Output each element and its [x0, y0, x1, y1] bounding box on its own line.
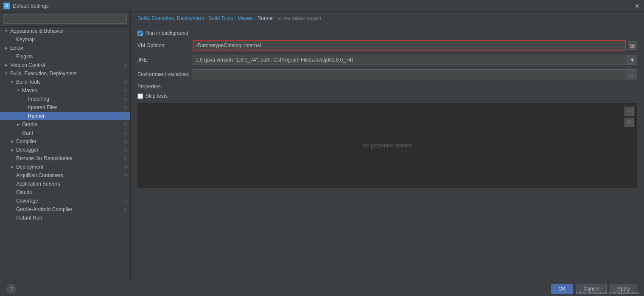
arrow-icon-gradle: ▶ — [15, 121, 21, 127]
sidebar-item-debugger[interactable]: ▶Debugger⎘ — [0, 146, 130, 154]
arrow-icon-remote-jar — [9, 155, 15, 161]
help-button[interactable]: ? — [7, 284, 16, 293]
sidebar-label-arquillian: Arquillian Containers — [16, 172, 123, 178]
copy-icon-runner: ⎘ — [124, 114, 127, 118]
run-in-background-checkbox[interactable] — [137, 31, 143, 36]
sidebar-label-build-tools: Build Tools — [16, 79, 123, 85]
sidebar-label-build-exec-deploy: Build, Execution, Deployment — [10, 70, 127, 76]
arrow-icon-maven: ▼ — [15, 87, 21, 93]
sidebar-label-plugins: Plugins — [16, 54, 127, 59]
arrow-icon-runner — [21, 113, 27, 119]
sidebar-item-keymap[interactable]: Keymap — [0, 35, 130, 44]
edit-property-button[interactable]: ✎ — [624, 118, 634, 127]
copy-icon-debugger: ⎘ — [124, 148, 127, 152]
arrow-icon-clouds — [9, 189, 15, 195]
sidebar-label-gradle-android: Gradle-Android Compiler — [16, 206, 123, 212]
vm-options-expand-button[interactable]: ⊞ — [628, 41, 637, 50]
sidebar-item-gradle[interactable]: ▶Gradle⎘ — [0, 120, 130, 129]
breadcrumb-part-2[interactable]: Maven — [238, 15, 253, 21]
sidebar-item-ignored-files[interactable]: Ignored Files⎘ — [0, 103, 130, 112]
breadcrumb-sep-1: › — [233, 15, 238, 21]
skip-tests-checkbox[interactable] — [137, 93, 143, 99]
breadcrumb: Build, Execution, Deployment › Build Too… — [137, 15, 321, 21]
sidebar-item-maven[interactable]: ▼Maven⎘ — [0, 86, 130, 95]
sidebar-label-appearance: Appearance & Behavior — [10, 28, 127, 34]
arrow-icon-build-exec-deploy: ▼ — [3, 70, 9, 76]
sidebar-item-compiler[interactable]: ▶Compiler⎘ — [0, 137, 130, 146]
arrow-icon-app-servers — [9, 181, 15, 187]
vm-options-input[interactable] — [193, 40, 626, 51]
search-input[interactable] — [3, 14, 127, 24]
sidebar-item-version-control[interactable]: ▶Version Control⎘ — [0, 61, 130, 69]
arrow-icon-arquillian — [9, 172, 15, 178]
app-icon: D — [3, 3, 10, 9]
jre-row: JRE: 1.8 (java version "1.8.0_74", path:… — [137, 55, 637, 65]
env-vars-row: Environment variables: … — [137, 69, 637, 79]
sidebar-label-gradle: Gradle — [22, 121, 123, 127]
sidebar-item-build-exec-deploy[interactable]: ▼Build, Execution, Deployment — [0, 69, 130, 78]
run-in-background-label: Run in background — [146, 30, 188, 36]
settings-panel: Run in background VM Options: ⊞ JRE: 1.8… — [131, 25, 644, 281]
sidebar-item-gant[interactable]: Gant⎘ — [0, 129, 130, 137]
copy-icon-importing: ⎘ — [124, 97, 127, 101]
copy-icon-remote-jar: ⎘ — [124, 156, 127, 161]
breadcrumb-sep-0: › — [204, 15, 209, 21]
sidebar-item-editor[interactable]: ▶Editor — [0, 44, 130, 52]
arrow-icon-coverage — [9, 198, 15, 204]
sidebar-item-gradle-android[interactable]: Gradle-Android Compiler⎘ — [0, 205, 130, 214]
breadcrumb-part-0[interactable]: Build, Execution, Deployment — [137, 15, 204, 21]
sidebar-item-coverage[interactable]: Coverage⎘ — [0, 197, 130, 205]
jre-dropdown-button[interactable]: ▼ — [628, 55, 637, 65]
sidebar-item-importing[interactable]: Importing⎘ — [0, 95, 130, 103]
add-property-button[interactable]: + — [624, 107, 634, 116]
env-vars-input[interactable] — [193, 69, 628, 79]
sidebar-label-deployment: Deployment — [16, 164, 123, 170]
sidebar-label-compiler: Compiler — [16, 138, 123, 144]
copy-icon-version-control: ⎘ — [124, 63, 127, 68]
sidebar-label-keymap: Keymap — [16, 37, 127, 42]
breadcrumb-part-1[interactable]: Build Tools — [208, 15, 233, 21]
copy-icon-coverage: ⎘ — [124, 199, 127, 203]
window-title: Default Settings — [13, 3, 49, 9]
sidebar-item-appearance[interactable]: ▼Appearance & Behavior — [0, 27, 130, 35]
sidebar-item-instant-run[interactable]: Instant Run — [0, 214, 130, 222]
sidebar-label-clouds: Clouds — [16, 189, 127, 195]
run-in-background-row: Run in background — [137, 30, 637, 36]
arrow-icon-gant — [15, 130, 21, 136]
arrow-icon-appearance: ▼ — [3, 28, 9, 34]
arrow-icon-gradle-android — [9, 206, 15, 212]
sidebar-item-remote-jar[interactable]: Remote Jar Repositories⎘ — [0, 154, 130, 163]
sidebar-item-runner[interactable]: Runner⎘ — [0, 112, 130, 120]
sidebar-item-app-servers[interactable]: Application Servers — [0, 180, 130, 188]
copy-icon-maven: ⎘ — [124, 88, 127, 93]
sidebar-label-importing: Importing — [28, 96, 123, 102]
ok-button[interactable]: OK — [551, 284, 573, 294]
arrow-icon-debugger: ▶ — [9, 147, 15, 153]
jre-select-wrapper: 1.8 (java version "1.8.0_74", path: C:\P… — [193, 55, 637, 65]
sidebar-item-clouds[interactable]: Clouds — [0, 188, 130, 197]
sidebar-label-maven: Maven — [22, 87, 123, 93]
jre-select[interactable]: 1.8 (java version "1.8.0_74", path: C:\P… — [193, 55, 628, 65]
copy-icon-arquillian: ⎘ — [124, 173, 127, 178]
skip-tests-row: Skip tests — [137, 93, 637, 99]
sidebar-label-app-servers: Application Servers — [16, 181, 127, 187]
sidebar-item-arquillian[interactable]: Arquillian Containers⎘ — [0, 171, 130, 180]
properties-area: No properties defined — [137, 103, 637, 188]
env-vars-label: Environment variables: — [137, 71, 193, 77]
env-vars-expand-button[interactable]: … — [628, 69, 637, 79]
sidebar-label-ignored-files: Ignored Files — [28, 104, 123, 110]
arrow-icon-editor: ▶ — [3, 45, 9, 51]
copy-icon-build-tools: ⎘ — [124, 80, 127, 85]
skip-tests-label: Skip tests — [146, 93, 168, 99]
sidebar-item-build-tools[interactable]: ▼Build Tools⎘ — [0, 78, 130, 86]
sidebar-item-plugins[interactable]: Plugins — [0, 52, 130, 61]
copy-icon-gradle: ⎘ — [124, 122, 127, 127]
copy-icon-gradle-android: ⎘ — [124, 207, 127, 212]
main-container: ▼Appearance & BehaviorKeymap▶EditorPlugi… — [0, 12, 644, 281]
sidebar-label-remote-jar: Remote Jar Repositories — [16, 155, 123, 161]
sidebar-item-deployment[interactable]: ▶Deployment⎘ — [0, 163, 130, 171]
copy-icon-deployment: ⎘ — [124, 165, 127, 169]
close-button[interactable]: ✕ — [634, 3, 641, 9]
sidebar-label-instant-run: Instant Run — [16, 215, 127, 221]
copy-icon-compiler: ⎘ — [124, 139, 127, 144]
